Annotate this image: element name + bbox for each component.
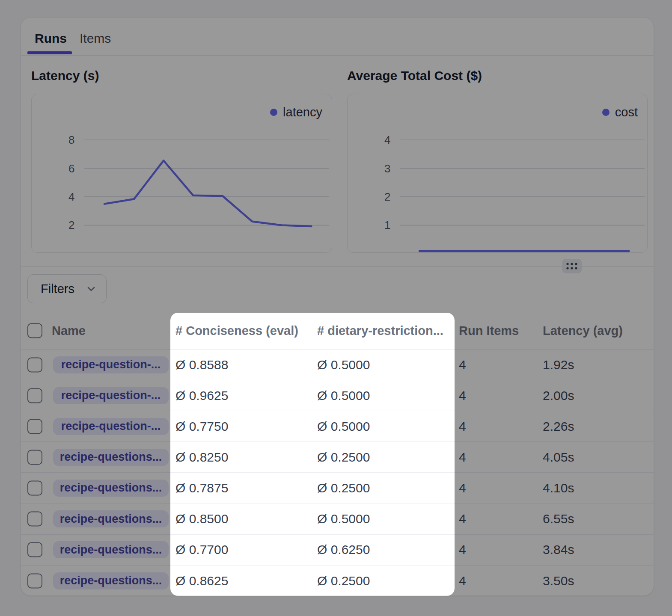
- legend-label: latency: [283, 105, 322, 119]
- svg-text:6: 6: [68, 163, 74, 175]
- row-checkbox[interactable]: [27, 573, 42, 588]
- cell-dietary: Ø 0.5000: [317, 512, 370, 526]
- table-row[interactable]: recipe-question-...Ø 0.7750Ø 0.500042.26…: [21, 411, 654, 442]
- select-all-checkbox[interactable]: [27, 323, 42, 338]
- cell-dietary: Ø 0.5000: [317, 419, 370, 434]
- row-checkbox[interactable]: [27, 419, 42, 434]
- row-checkbox[interactable]: [27, 450, 42, 465]
- cell-run_items: 4: [459, 388, 466, 403]
- svg-text:8: 8: [68, 134, 74, 146]
- drag-dots-icon: [565, 261, 578, 271]
- cell-conciseness: Ø 0.8250: [175, 450, 228, 465]
- cost-chart-panel: 4321 cost: [347, 94, 648, 253]
- filters-button[interactable]: Filters: [27, 274, 107, 303]
- column-header-dietary-restriction[interactable]: # dietary-restriction...: [317, 324, 443, 338]
- cell-run_items: 4: [459, 419, 466, 434]
- column-header-latency-avg[interactable]: Latency (avg): [543, 324, 623, 338]
- cell-dietary: Ø 0.5000: [317, 358, 370, 372]
- cell-latency: 3.50s: [543, 574, 574, 588]
- column-header-conciseness[interactable]: # Conciseness (eval): [175, 324, 298, 338]
- legend-dot-icon: [602, 109, 610, 116]
- cell-latency: 4.05s: [543, 450, 574, 465]
- cell-dietary: Ø 0.2500: [317, 574, 370, 588]
- cell-latency: 6.55s: [543, 512, 574, 526]
- cell-conciseness: Ø 0.8588: [175, 358, 228, 372]
- row-checkbox[interactable]: [27, 357, 42, 372]
- run-name-badge[interactable]: recipe-questions...: [53, 510, 169, 527]
- table-row[interactable]: recipe-question-...Ø 0.9625Ø 0.500042.00…: [21, 380, 654, 411]
- cell-latency: 4.10s: [543, 481, 574, 495]
- run-name-badge[interactable]: recipe-question-...: [53, 418, 169, 435]
- table-body: recipe-question-...Ø 0.8588Ø 0.500041.92…: [21, 349, 654, 596]
- run-name-badge[interactable]: recipe-question-...: [53, 356, 169, 373]
- cell-conciseness: Ø 0.7700: [175, 542, 228, 557]
- svg-text:1: 1: [384, 219, 390, 231]
- cell-conciseness: Ø 0.9625: [175, 388, 228, 403]
- filters-label: Filters: [41, 282, 74, 296]
- table-row[interactable]: recipe-questions...Ø 0.7700Ø 0.625043.84…: [21, 535, 654, 566]
- cell-run_items: 4: [459, 512, 466, 526]
- run-name-badge[interactable]: recipe-question-...: [53, 387, 169, 404]
- tab-runs[interactable]: Runs: [35, 31, 67, 46]
- table-row[interactable]: recipe-question-...Ø 0.8588Ø 0.500041.92…: [21, 349, 654, 380]
- cell-dietary: Ø 0.2500: [317, 481, 370, 495]
- run-name-badge[interactable]: recipe-questions...: [53, 541, 169, 558]
- runs-panel-card: Runs Items Latency (s) Average Total Cos…: [21, 17, 654, 596]
- cell-conciseness: Ø 0.8625: [175, 574, 228, 588]
- svg-text:4: 4: [68, 191, 74, 203]
- cell-dietary: Ø 0.6250: [317, 542, 370, 557]
- row-checkbox[interactable]: [27, 512, 42, 527]
- table-row[interactable]: recipe-questions...Ø 0.7875Ø 0.250044.10…: [21, 473, 654, 503]
- charts-table-divider: [21, 266, 654, 267]
- cell-latency: 3.84s: [543, 542, 574, 557]
- table-row[interactable]: recipe-questions...Ø 0.8250Ø 0.250044.05…: [21, 442, 654, 473]
- row-checkbox[interactable]: [27, 388, 42, 403]
- column-header-run-items[interactable]: Run Items: [459, 324, 519, 338]
- svg-text:4: 4: [384, 134, 390, 146]
- run-name-badge[interactable]: recipe-questions...: [53, 480, 169, 497]
- cell-run_items: 4: [459, 358, 466, 372]
- page: Runs Items Latency (s) Average Total Cos…: [0, 0, 672, 616]
- cost-chart-title: Average Total Cost ($): [347, 68, 482, 83]
- active-tab-indicator: [27, 51, 72, 54]
- cell-conciseness: Ø 0.8500: [175, 512, 228, 526]
- cell-dietary: Ø 0.5000: [317, 388, 370, 403]
- svg-text:2: 2: [68, 219, 74, 231]
- cell-run_items: 4: [459, 450, 466, 465]
- run-name-badge[interactable]: recipe-questions...: [53, 449, 169, 466]
- tab-items[interactable]: Items: [80, 31, 111, 46]
- legend-dot-icon: [270, 109, 277, 116]
- cell-dietary: Ø 0.2500: [317, 450, 370, 465]
- latency-chart-title: Latency (s): [31, 68, 99, 83]
- cost-chart-legend: cost: [602, 105, 638, 119]
- svg-text:3: 3: [384, 163, 390, 175]
- run-name-badge[interactable]: recipe-questions...: [53, 572, 169, 589]
- cell-run_items: 4: [459, 481, 466, 495]
- legend-label: cost: [615, 105, 638, 119]
- table-header: Name # Conciseness (eval) # dietary-rest…: [21, 312, 654, 349]
- cell-conciseness: Ø 0.7750: [175, 419, 228, 434]
- cell-conciseness: Ø 0.7875: [175, 481, 228, 495]
- resize-handle[interactable]: [562, 259, 582, 273]
- cell-latency: 2.00s: [543, 388, 574, 403]
- tabs-divider: [21, 55, 654, 56]
- row-checkbox[interactable]: [27, 480, 42, 495]
- latency-chart-panel: 8642 latency: [31, 94, 332, 253]
- svg-text:2: 2: [384, 191, 390, 203]
- latency-chart-legend: latency: [270, 105, 322, 119]
- table-row[interactable]: recipe-questions...Ø 0.8625Ø 0.250043.50…: [21, 566, 654, 596]
- cell-run_items: 4: [459, 542, 466, 557]
- table-row[interactable]: recipe-questions...Ø 0.8500Ø 0.500046.55…: [21, 503, 654, 534]
- chevron-down-icon: [86, 283, 97, 294]
- cell-latency: 2.26s: [543, 419, 574, 434]
- cell-latency: 1.92s: [543, 358, 574, 372]
- cell-run_items: 4: [459, 574, 466, 588]
- row-checkbox[interactable]: [27, 542, 42, 557]
- column-header-name[interactable]: Name: [52, 324, 86, 338]
